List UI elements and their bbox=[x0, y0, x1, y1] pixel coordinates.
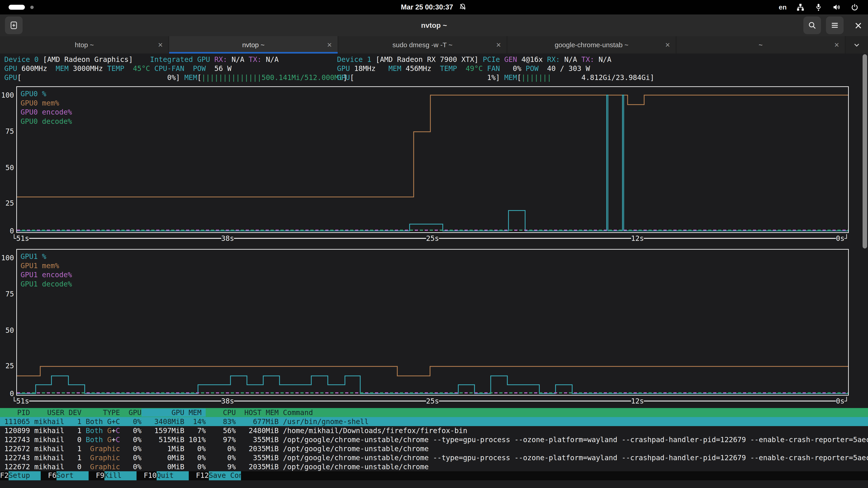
terminal-content: Device 0 [AMD Radeon Graphics] Integrate… bbox=[0, 54, 868, 488]
process-table: PID USER DEV TYPE GPU GPU MEM CPU HOST M… bbox=[0, 408, 868, 471]
tab-close-icon[interactable]: × bbox=[327, 40, 332, 50]
tab-title: google-chrome-unstab ~ bbox=[555, 41, 628, 49]
fkey-label: F2 bbox=[0, 471, 8, 480]
process-row[interactable]: 122672 mikhail 1 Graphic 0% 1MiB 0% 0% 2… bbox=[0, 444, 868, 453]
tab-title: htop ~ bbox=[75, 41, 94, 49]
legend-gpu1-: GPU1 % bbox=[21, 252, 72, 261]
fkey-label: F9 bbox=[96, 471, 104, 480]
tab-list: htop ~×nvtop ~×sudo dmesg -w -T ~×google… bbox=[0, 36, 845, 54]
axis-line bbox=[439, 238, 631, 239]
axis-corner: ┘ bbox=[844, 396, 849, 405]
tab-close-icon[interactable]: × bbox=[496, 40, 501, 50]
tab-title: nvtop ~ bbox=[242, 41, 265, 49]
fkey-label: F12 bbox=[196, 471, 209, 480]
fkey-quit[interactable]: F10Quit bbox=[144, 471, 189, 480]
legend-gpu1-decode-: GPU1 decode% bbox=[21, 280, 72, 289]
x-tick-label: 38s bbox=[221, 396, 234, 405]
fkey-sort[interactable]: F6Sort bbox=[48, 471, 89, 480]
device0-info-line: Device 0 [AMD Radeon Graphics] Integrate… bbox=[4, 55, 337, 64]
tab-sudo-dmesg-w-t[interactable]: sudo dmesg -w -T ~× bbox=[338, 36, 507, 54]
device1-info-line: Device 1 [AMD Radeon RX 7900 XTX] PCIe G… bbox=[337, 55, 868, 64]
axis-line bbox=[439, 400, 631, 401]
header-segment: PID USER DEV TYPE GPU bbox=[4, 409, 142, 417]
legend-gpu1-encode-: GPU1 encode% bbox=[21, 270, 72, 280]
tab-title: sudo dmesg -w -T ~ bbox=[393, 41, 452, 49]
tab-overview-button[interactable] bbox=[845, 36, 868, 54]
axis-line bbox=[29, 400, 221, 401]
window-title: nvtop ~ bbox=[0, 21, 868, 30]
y-tick-label: 25 bbox=[0, 199, 14, 207]
fkey-kill[interactable]: F9Kill bbox=[96, 471, 136, 480]
fkey-save-config[interactable]: F12Save Config bbox=[196, 471, 241, 480]
function-key-bar: F2SetupF6SortF9KillF10QuitF12Save Config bbox=[0, 471, 868, 480]
process-table-header[interactable]: PID USER DEV TYPE GPU GPU MEM CPU HOST M… bbox=[0, 408, 868, 417]
gpu1-graph: GPU1 %GPU1 mem%GPU1 encode%GPU1 decode% bbox=[16, 249, 849, 396]
gpu1-y-axis: 1007550250 bbox=[0, 249, 16, 396]
network-wired-icon bbox=[796, 3, 805, 11]
process-row[interactable]: 120899 mikhail 1 Both G+C 0% 1597MiB 7% … bbox=[0, 426, 868, 435]
search-button[interactable] bbox=[803, 17, 821, 34]
workspace-dot[interactable] bbox=[30, 6, 34, 9]
window-close-button[interactable]: × bbox=[848, 17, 868, 34]
axis-line bbox=[644, 238, 836, 239]
window-controls: × bbox=[803, 14, 868, 36]
gpu0-legend: GPU0 %GPU0 mem%GPU0 encode%GPU0 decode% bbox=[21, 89, 72, 126]
legend-gpu1-mem-: GPU1 mem% bbox=[21, 261, 72, 270]
workspace-pill-active[interactable] bbox=[8, 5, 25, 10]
gpu0-graph: GPU0 %GPU0 mem%GPU0 encode%GPU0 decode% bbox=[16, 86, 849, 233]
axis-line bbox=[234, 238, 426, 239]
fkey-label: F6 bbox=[48, 471, 57, 480]
x-tick-label: 25s bbox=[426, 234, 439, 243]
axis-line bbox=[644, 400, 836, 401]
tab-google-chrome-unstab[interactable]: google-chrome-unstab ~× bbox=[507, 36, 676, 54]
y-tick-label: 0 bbox=[0, 389, 14, 398]
scrollbar-thumb[interactable] bbox=[863, 54, 867, 249]
y-tick-label: 0 bbox=[0, 226, 14, 235]
device1-info-line: GPU 18MHz MEM 456MHz TEMP 49°C FAN 0% PO… bbox=[337, 64, 868, 73]
x-tick-label: 0s bbox=[836, 396, 844, 405]
tab-close-icon[interactable]: × bbox=[834, 40, 839, 50]
x-tick-label: 0s bbox=[836, 234, 844, 243]
legend-gpu0-decode-: GPU0 decode% bbox=[21, 117, 72, 126]
y-tick-label: 75 bbox=[0, 289, 14, 298]
fkey-label: F10 bbox=[144, 471, 157, 480]
axis-line bbox=[234, 400, 426, 401]
fkey-action-label: Setup bbox=[8, 471, 41, 480]
process-row[interactable]: 122743 mikhail 1 Graphic 0% 0MiB 0% 0% 3… bbox=[0, 453, 868, 462]
volume-icon bbox=[832, 3, 841, 11]
device0-info-line: GPU 600MHz MEM 3000MHz TEMP 45°C CPU-FAN… bbox=[4, 64, 337, 73]
process-row[interactable]: 111065 mikhail 1 Both G+C 0% 3408MiB 14%… bbox=[0, 417, 868, 426]
device-info: Device 0 [AMD Radeon Graphics] Integrate… bbox=[0, 54, 868, 82]
process-row[interactable]: 122672 mikhail 0 Graphic 0% 0MiB 0% 9% 2… bbox=[0, 462, 868, 471]
clock-menu[interactable]: Mar 25 00:30:37 bbox=[0, 3, 868, 11]
chevron-down-icon bbox=[852, 40, 861, 50]
tab-nvtop[interactable]: nvtop ~× bbox=[169, 36, 338, 54]
header-segment: GPU MEM bbox=[142, 409, 206, 417]
microphone-icon bbox=[814, 3, 823, 11]
y-tick-label: 100 bbox=[0, 91, 14, 100]
tab-[interactable]: ~× bbox=[676, 36, 845, 54]
search-icon bbox=[807, 21, 817, 30]
process-row[interactable]: 122743 mikhail 0 Both G+C 0% 515MiB 101%… bbox=[0, 435, 868, 444]
x-tick-label: 51s bbox=[16, 396, 29, 405]
clock-text: Mar 25 00:30:37 bbox=[401, 3, 453, 11]
tab-htop[interactable]: htop ~× bbox=[0, 36, 169, 54]
gpu1-x-axis: └51s38s25s12s0s┘ bbox=[12, 396, 849, 406]
new-tab-button[interactable] bbox=[5, 17, 23, 34]
system-status-area[interactable]: en bbox=[779, 3, 868, 11]
header-segment: CPU HOST MEM Command bbox=[206, 409, 313, 417]
device1-info-line: GPU[ 1%] MEM[||||||| 4.812Gi/23.984Gi] bbox=[337, 73, 868, 82]
y-tick-label: 100 bbox=[0, 253, 14, 262]
menu-button[interactable] bbox=[826, 17, 844, 34]
workspace-indicator[interactable] bbox=[0, 5, 34, 10]
screen: Mar 25 00:30:37 en bbox=[0, 0, 868, 488]
tab-close-icon[interactable]: × bbox=[158, 40, 163, 50]
fkey-setup[interactable]: F2Setup bbox=[0, 471, 41, 480]
fkey-action-label: Quit bbox=[157, 471, 189, 480]
tab-close-icon[interactable]: × bbox=[665, 40, 670, 50]
x-tick-label: 51s bbox=[16, 234, 29, 243]
tab-title: ~ bbox=[758, 41, 763, 49]
notifications-muted-icon bbox=[458, 3, 467, 11]
gpu0-plot bbox=[17, 95, 848, 231]
gpu0-chart-section: 1007550250 GPU0 %GPU0 mem%GPU0 encode%GP… bbox=[0, 86, 849, 244]
